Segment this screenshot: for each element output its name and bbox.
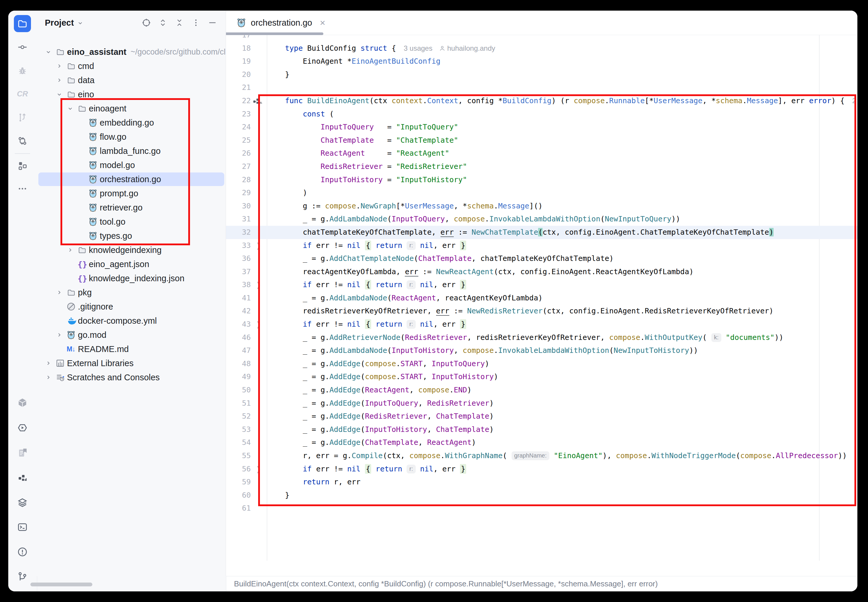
line-number[interactable]: 19	[226, 55, 251, 68]
code-line-37[interactable]: 37 reactAgentKeyOfLambda, err := NewReac…	[226, 265, 857, 279]
chevron-right-icon[interactable]	[45, 370, 56, 384]
profiler-icon[interactable]	[14, 469, 31, 487]
tree-item-knowledgeindexing[interactable]: knowledgeindexing	[37, 243, 226, 257]
tree-item-scratches-and-consoles[interactable]: Scratches and Consoles	[37, 370, 226, 384]
code-line-41[interactable]: 41 _ = g.AddLambdaNode(ReactAgent, react…	[226, 292, 857, 305]
chevron-right-icon[interactable]	[56, 73, 67, 87]
code-line-52[interactable]: 52 _ = g.AddEdge(RedisRetriever, ChatTem…	[226, 410, 857, 423]
code-line-47[interactable]: 47 _ = g.AddLambdaNode(InputToHistory, c…	[226, 344, 857, 357]
tree-item-types-go[interactable]: types.go	[37, 229, 226, 243]
project-panel-hscrollbar[interactable]	[31, 582, 92, 587]
tab-scroll-thumb[interactable]	[226, 32, 323, 35]
code-line-59[interactable]: 59 return r, err	[226, 476, 857, 489]
code-editor[interactable]: 1718type BuildConfig struct {3 usageshuh…	[226, 35, 857, 561]
code-line-50[interactable]: 50 _ = g.AddEdge(ReactAgent, compose.END…	[226, 384, 857, 397]
run-hexagon-icon[interactable]	[14, 419, 31, 436]
tree-item-retriever-go[interactable]: retriever.go	[37, 200, 226, 215]
code-line-60[interactable]: 60}	[226, 489, 857, 502]
code-line-17[interactable]: 17	[226, 35, 857, 42]
line-number[interactable]: 54	[226, 436, 251, 449]
fold-marker-icon[interactable]: ❭	[255, 239, 262, 252]
code-line-27[interactable]: 27 RedisRetriever = "RedisRetriever"	[226, 160, 857, 174]
compare-icon[interactable]	[14, 132, 31, 149]
breadcrumb-signature[interactable]: BuildEinoAgent(ctx context.Context, conf…	[234, 576, 658, 591]
hide-panel-button[interactable]	[208, 18, 217, 28]
code-line-19[interactable]: 19 EinoAgent *EinoAgentBuildConfig	[226, 55, 857, 68]
chevron-right-icon[interactable]	[67, 243, 78, 257]
line-number[interactable]: 32	[226, 226, 251, 239]
package-icon[interactable]	[14, 394, 31, 411]
line-number[interactable]: 31	[226, 213, 251, 226]
tree-item-orchestration-go[interactable]: orchestration.go	[37, 172, 226, 186]
locate-button[interactable]	[141, 18, 151, 28]
tree-item-knowledge-indexing-json[interactable]: {}knowledge_indexing.json	[37, 271, 226, 286]
line-number[interactable]: 48	[226, 357, 251, 370]
tree-item-data[interactable]: data	[37, 73, 226, 87]
tree-item-tool-go[interactable]: tool.go	[37, 215, 226, 229]
tab-close-icon[interactable]: ×	[320, 17, 325, 28]
more-icon[interactable]	[14, 180, 31, 197]
line-number[interactable]: 21	[226, 81, 251, 94]
fold-marker-icon[interactable]: ❭	[255, 462, 262, 476]
code-line-36[interactable]: 36 _ = g.AddChatTemplateNode(ChatTemplat…	[226, 252, 857, 265]
line-number[interactable]: 52	[226, 410, 251, 423]
chevron-right-icon[interactable]	[56, 286, 67, 299]
commit-icon[interactable]	[14, 38, 31, 56]
tree-item-eino-agent-json[interactable]: {}eino_agent.json	[37, 257, 226, 271]
project-panel-title[interactable]: Project	[45, 11, 74, 35]
chevron-right-icon[interactable]	[56, 328, 67, 342]
expand-all-button[interactable]	[158, 18, 168, 28]
tab-orchestration-go[interactable]: orchestration.go ×	[226, 11, 334, 35]
line-number[interactable]: 29	[226, 186, 251, 200]
graph-gutter-icon[interactable]	[253, 97, 262, 105]
line-number[interactable]: 36	[226, 252, 251, 265]
line-number[interactable]: 17	[226, 35, 251, 42]
code-line-55[interactable]: 55 r, err = g.Compile(ctx, compose.WithG…	[226, 449, 857, 462]
tree-item-prompt-go[interactable]: prompt.go	[37, 186, 226, 200]
line-number[interactable]: 20	[226, 68, 251, 81]
bookmark-icon[interactable]	[14, 444, 31, 461]
line-number[interactable]: 46	[226, 331, 251, 344]
line-number[interactable]: 28	[226, 174, 251, 187]
code-line-29[interactable]: 29 )	[226, 186, 857, 200]
tree-item-cmd[interactable]: cmd	[37, 59, 226, 73]
code-line-49[interactable]: 49 _ = g.AddEdge(compose.START, InputToH…	[226, 370, 857, 384]
tree-item-go-mod[interactable]: go.mod	[37, 328, 226, 342]
line-number[interactable]: 43	[226, 318, 251, 331]
bug-icon[interactable]	[14, 62, 31, 79]
chevron-down-icon[interactable]	[45, 45, 56, 59]
tree-item-external-libraries[interactable]: External Libraries	[37, 356, 226, 370]
tree-item-pkg[interactable]: pkg	[37, 286, 226, 299]
line-number[interactable]: 50	[226, 384, 251, 397]
code-line-22[interactable]: 22func BuildEinoAgent(ctx context.Contex…	[226, 94, 857, 108]
options-button[interactable]	[191, 18, 201, 28]
fold-marker-icon[interactable]: ❭	[255, 318, 262, 331]
line-number[interactable]: 55	[226, 449, 251, 462]
code-line-31[interactable]: 31 _ = g.AddLambdaNode(InputToQuery, com…	[226, 213, 857, 226]
line-number[interactable]: 25	[226, 134, 251, 147]
line-number[interactable]: 56	[226, 462, 251, 476]
code-line-30[interactable]: 30 g := compose.NewGraph[*UserMessage, *…	[226, 200, 857, 213]
line-number[interactable]: 37	[226, 265, 251, 279]
line-number[interactable]: 27	[226, 160, 251, 174]
tree-item-readme-md[interactable]: M↓README.md	[37, 342, 226, 356]
code-line-28[interactable]: 28 InputToHistory = "InputToHistory"	[226, 174, 857, 187]
folder-icon[interactable]	[14, 15, 31, 32]
line-number[interactable]: 41	[226, 292, 251, 305]
line-number[interactable]: 53	[226, 423, 251, 436]
tree-item-lambda-func-go[interactable]: lambda_func.go	[37, 144, 226, 158]
code-line-54[interactable]: 54 _ = g.AddEdge(ChatTemplate, ReactAgen…	[226, 436, 857, 449]
git-branch-icon[interactable]	[14, 568, 31, 585]
tree-item-einoagent[interactable]: einoagent	[37, 101, 226, 115]
line-number[interactable]: 30	[226, 200, 251, 213]
line-number[interactable]: 61	[226, 502, 251, 515]
code-line-21[interactable]: 21	[226, 81, 857, 94]
chevron-down-icon[interactable]	[67, 101, 78, 115]
code-line-43[interactable]: 43❭ if err != nil { return r: nil, err }	[226, 318, 857, 331]
code-line-23[interactable]: 23 const (	[226, 108, 857, 121]
fold-marker-icon[interactable]: ❭	[255, 278, 262, 292]
line-number[interactable]: 49	[226, 370, 251, 384]
code-line-24[interactable]: 24 InputToQuery = "InputToQuery"	[226, 121, 857, 134]
code-line-32[interactable]: 32 chatTemplateKeyOfChatTemplate, err :=…	[226, 226, 857, 239]
line-number[interactable]: 59	[226, 476, 251, 489]
